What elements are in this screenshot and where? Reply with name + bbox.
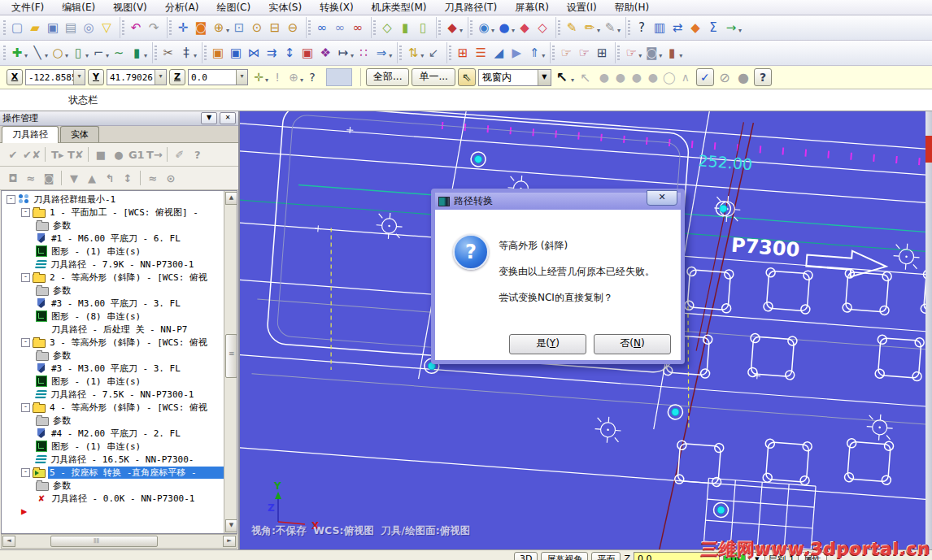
tree-item[interactable]: 参数 — [2, 219, 224, 232]
blank-shape-icon[interactable]: ◢ — [490, 44, 507, 62]
autocursor-icon[interactable]: ✛ — [250, 69, 267, 85]
tree-item[interactable]: 参数 — [2, 284, 224, 297]
tree-expander-icon[interactable] — [7, 195, 15, 204]
tree-item-label[interactable]: 参数 — [51, 284, 72, 297]
raise-icon[interactable]: ∧ — [677, 69, 694, 85]
z-dropdown-icon[interactable]: ▾ — [236, 70, 247, 85]
no-button[interactable]: 否(N) — [594, 334, 671, 354]
lock-all-icon[interactable]: ◙ — [41, 170, 57, 186]
create-fillet-icon[interactable]: ⌐ — [89, 44, 107, 62]
tree-item-label[interactable]: #3 - M3.00 平底刀 - 3. FL — [50, 362, 182, 375]
tree-expander-icon[interactable] — [21, 273, 30, 282]
transform-dialog[interactable]: 路径转换 ✕ ? 等高外形 (斜降) 变换由以上经营几何原本已经失败。 尝试变换… — [431, 189, 685, 364]
menu-item[interactable]: 绘图(C) — [208, 0, 259, 15]
move-down-icon[interactable]: ▼ — [66, 170, 82, 186]
tree-expander-icon[interactable] — [21, 468, 30, 477]
tree-item-label[interactable]: 参数 — [51, 480, 72, 492]
regen-dirty-icon[interactable]: T✘ — [68, 146, 84, 163]
zoom-target-icon[interactable]: ⊙ — [248, 19, 266, 37]
bottombar-3D[interactable]: 3D — [514, 552, 538, 560]
regen-ops-icon[interactable]: T▸ — [50, 146, 66, 163]
grid-window-icon[interactable]: ⊞ — [454, 44, 472, 62]
tree-item-label[interactable]: 刀具路径 - 0.0K - NN-P7300-1 — [50, 493, 196, 505]
tree-horizontal-scrollbar[interactable]: ◄ ► — [1, 534, 237, 549]
y-coordinate-value[interactable]: 41.79026 — [107, 72, 155, 83]
dropdown-caret-icon[interactable]: ▾ — [85, 52, 89, 59]
wireframe-icon[interactable]: ◉ — [475, 19, 493, 37]
analyze-chain-icon[interactable]: ▥ — [651, 19, 669, 37]
tree-item[interactable]: #1 - M6.00 平底刀 - 6. FL — [2, 232, 224, 245]
dropdown-caret-icon[interactable]: ▾ — [106, 52, 109, 59]
tree-item-label[interactable]: 参数 — [51, 349, 72, 362]
menu-item[interactable]: 机床类型(M) — [364, 0, 435, 15]
panel-collapse-button[interactable]: ▼ — [201, 112, 217, 124]
tree-item-label[interactable]: 参数 — [51, 219, 72, 232]
z-axis-button[interactable]: Z — [169, 69, 185, 85]
target-icon[interactable]: ⊕ — [285, 69, 302, 85]
zoom-in-icon[interactable]: ⊕ — [210, 19, 228, 37]
shield-icon[interactable]: ◙ — [642, 44, 660, 62]
delete-ops-icon[interactable]: ✐ — [172, 146, 188, 163]
regen-screen-icon[interactable]: ∞ — [313, 19, 331, 37]
tree-item[interactable]: 参数 — [2, 414, 224, 427]
post-icon[interactable]: G1 — [128, 146, 145, 163]
pan-icon[interactable]: ✛ — [174, 19, 192, 37]
general-select-cursor-icon[interactable]: ↖ — [554, 69, 570, 85]
new-file-icon[interactable]: ▢ — [8, 19, 26, 37]
tree-item[interactable]: 图形 - (8) 串连(s) — [2, 310, 224, 323]
tree-item[interactable]: 图形 - (1) 串连(s) — [2, 245, 224, 258]
zoom-window-icon[interactable]: ⊡ — [230, 19, 248, 37]
dropdown-caret-icon[interactable]: ▾ — [638, 52, 642, 59]
help-icon[interactable]: ? — [304, 69, 320, 85]
toolpath-tree[interactable]: 刀具路径群组最小-11 - 平面加工 - [WCS: 俯视图] - 参数#1 -… — [2, 191, 224, 533]
analyze-angle-icon[interactable]: ◆ — [686, 19, 704, 37]
dropdown-caret-icon[interactable]: ▾ — [679, 52, 682, 59]
dropdown-caret-icon[interactable]: ▾ — [597, 27, 600, 34]
redo-icon[interactable]: ↷ — [145, 19, 163, 37]
dropdown-caret-icon[interactable]: ▾ — [459, 27, 463, 34]
poly-4-icon[interactable]: ● — [645, 69, 661, 85]
open-file-icon[interactable]: ▰ — [26, 19, 44, 37]
tree-item[interactable]: #3 - M3.00 平底刀 - 3. FL — [2, 297, 224, 310]
menu-item[interactable]: 视图(V) — [105, 0, 155, 15]
tree-item-label[interactable]: 刀具路径群组最小-1 — [32, 193, 117, 206]
hscroll-thumb[interactable] — [50, 536, 158, 547]
xform-bar-icon[interactable]: ↦ — [334, 44, 352, 62]
viewport-scroll-strip[interactable] — [925, 111, 932, 549]
selection-mode-dropdown-icon[interactable]: ▼ — [538, 70, 551, 85]
tree-item[interactable]: 参数 — [2, 349, 224, 362]
ops-help-icon[interactable]: ? — [189, 146, 206, 163]
tree-item[interactable]: 图形 - (1) 串连(s) — [2, 440, 224, 453]
rocket-icon[interactable]: ▶ — [507, 44, 525, 62]
tree-item[interactable]: 刀具路径 - 16.5K - NN-P7300- — [2, 453, 224, 466]
x-coordinate-value[interactable]: -122.8585 — [26, 72, 73, 83]
print-preview-icon[interactable]: ◎ — [80, 19, 98, 37]
dialog-titlebar[interactable]: 路径转换 ✕ — [435, 193, 681, 210]
unselect-ops-icon[interactable]: ✔✘ — [23, 146, 41, 163]
xform-mirror-icon[interactable]: ⋈ — [245, 44, 263, 62]
move-up-icon[interactable]: ▲ — [84, 170, 100, 186]
verify-icon[interactable]: ● — [111, 146, 127, 163]
tree-item-label[interactable]: #1 - M6.00 平底刀 - 6. FL — [50, 232, 182, 245]
dropdown-caret-icon[interactable]: ▾ — [617, 27, 621, 34]
select-last-icon[interactable]: ⇖ — [458, 68, 476, 86]
tree-item[interactable]: 刀具路径 - 7.9K - NN-P7300-1 — [2, 258, 224, 271]
scroll-right-icon[interactable]: ► — [223, 536, 236, 547]
dropdown-caret-icon[interactable]: ▾ — [491, 27, 494, 34]
tree-item-label[interactable]: 图形 - (1) 串连(s) — [50, 376, 142, 388]
panel-close-button[interactable]: ✕ — [220, 112, 236, 124]
print-icon[interactable]: ▤ — [62, 19, 80, 37]
menu-item[interactable]: 实体(S) — [260, 0, 310, 15]
poly-1-icon[interactable]: ● — [596, 69, 612, 85]
tree-item[interactable]: ▶ — [2, 505, 224, 518]
z-coordinate-value[interactable]: 0.0 — [189, 72, 236, 83]
select-geom-icon[interactable]: ⊙ — [163, 170, 179, 186]
z-coordinate-field[interactable]: 0.0 ▾ — [188, 69, 248, 85]
regen-toolpath-icon[interactable]: ∞ — [331, 19, 349, 37]
xform-translate-icon[interactable]: ▣ — [209, 44, 227, 62]
dropdown-caret-icon[interactable]: ▾ — [144, 52, 147, 59]
menu-item[interactable]: 刀具路径(T) — [436, 0, 505, 15]
cylinder-solid-icon[interactable]: ▮ — [396, 19, 414, 37]
regen-clear-icon[interactable]: ∞ — [349, 19, 367, 37]
pencil-multi-icon[interactable]: ✏ — [581, 19, 599, 37]
